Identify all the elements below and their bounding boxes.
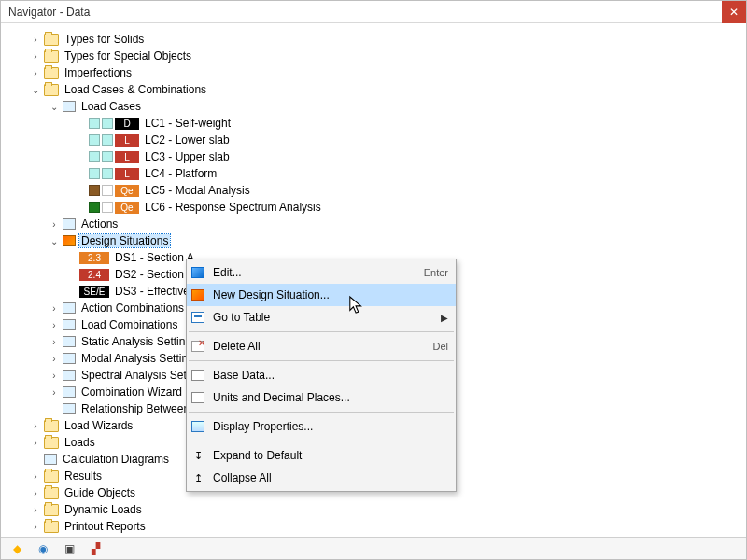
node-icon bbox=[63, 101, 76, 112]
tree-area: ›Types for Solids›Types for Special Obje… bbox=[1, 23, 746, 537]
expand-chevron-icon[interactable]: › bbox=[48, 335, 61, 348]
expand-chevron-icon[interactable]: ⌄ bbox=[48, 234, 61, 247]
node-icon bbox=[63, 302, 76, 314]
load-case-item[interactable]: QeLC6 - Response Spectrum Analysis bbox=[20, 199, 746, 216]
menu-label: Go to Table bbox=[213, 311, 430, 324]
tree-label: LC1 - Self-weight bbox=[143, 117, 233, 130]
node-design-situations[interactable]: ⌄Design Situations bbox=[20, 232, 746, 249]
lc-swatch-icon bbox=[89, 134, 100, 146]
expand-chevron-icon[interactable]: › bbox=[48, 369, 61, 382]
camera-icon[interactable]: ▣ bbox=[57, 539, 81, 558]
folder-Types for Solids[interactable]: ›Types for Solids bbox=[20, 31, 746, 48]
expand-chevron-icon[interactable]: › bbox=[29, 486, 42, 499]
lc-type-badge: Qe bbox=[115, 202, 139, 214]
load-case-item[interactable]: LLC3 - Upper slab bbox=[20, 148, 746, 165]
lc-swatch-icon bbox=[89, 168, 100, 179]
folder-icon bbox=[44, 84, 59, 96]
display-icon bbox=[190, 419, 205, 434]
menu-label: Expand to Default bbox=[213, 449, 448, 462]
edit-icon bbox=[190, 265, 205, 280]
expand-chevron-icon[interactable]: › bbox=[29, 66, 42, 79]
tree-label: Loads bbox=[63, 436, 97, 449]
menu-item-go-to-table[interactable]: Go to Table▶ bbox=[187, 306, 456, 329]
chart-icon[interactable]: ▞ bbox=[83, 539, 107, 558]
context-menu[interactable]: Edit...EnterNew Design Situation...Go to… bbox=[186, 259, 457, 492]
folder-Types for Special Objects[interactable]: ›Types for Special Objects bbox=[20, 48, 746, 64]
design-situation-icon bbox=[63, 235, 76, 246]
expand-chevron-icon[interactable]: ⌄ bbox=[29, 83, 42, 96]
submenu-arrow-icon: ▶ bbox=[441, 313, 448, 323]
folder-icon bbox=[44, 420, 59, 432]
expand-icon: ↧ bbox=[190, 448, 205, 463]
tree-label: LC4 - Platform bbox=[143, 167, 218, 180]
ds-badge: SE/E bbox=[79, 286, 109, 298]
star-icon bbox=[190, 287, 205, 302]
tree-label: Load Combinations bbox=[79, 318, 179, 331]
eye-icon[interactable]: ◉ bbox=[31, 539, 55, 558]
expand-chevron-icon[interactable]: › bbox=[29, 419, 42, 432]
node-icon bbox=[63, 353, 76, 364]
lc-swatch-icon bbox=[102, 118, 113, 129]
ds-badge: 2.4 bbox=[79, 269, 109, 281]
menu-label: Units and Decimal Places... bbox=[213, 391, 448, 404]
menu-item-collapse-all[interactable]: ↥Collapse All bbox=[187, 467, 456, 489]
load-case-item[interactable]: LLC4 - Platform bbox=[20, 165, 746, 182]
expand-chevron-icon[interactable]: › bbox=[48, 217, 61, 231]
menu-separator bbox=[189, 412, 454, 413]
tree-label: Actions bbox=[79, 217, 120, 231]
load-case-item[interactable]: DLC1 - Self-weight bbox=[20, 115, 746, 132]
expand-chevron-icon[interactable]: › bbox=[48, 318, 61, 331]
close-button[interactable]: ✕ bbox=[722, 1, 746, 23]
project-icon[interactable]: ◆ bbox=[5, 539, 29, 558]
load-case-item[interactable]: LLC2 - Lower slab bbox=[20, 132, 746, 148]
expand-chevron-icon[interactable]: › bbox=[29, 469, 42, 483]
page-icon bbox=[190, 368, 205, 383]
expand-chevron-icon[interactable]: › bbox=[29, 520, 42, 533]
tree-label: LC5 - Modal Analysis bbox=[143, 184, 252, 197]
expand-chevron-icon[interactable]: › bbox=[29, 33, 42, 46]
delete-icon bbox=[190, 339, 205, 354]
expand-chevron-icon[interactable]: › bbox=[29, 436, 42, 449]
node-actions[interactable]: ›Actions bbox=[20, 216, 746, 232]
table-icon bbox=[190, 310, 205, 325]
load-case-item[interactable]: QeLC5 - Modal Analysis bbox=[20, 182, 746, 199]
node-icon bbox=[63, 218, 76, 230]
lc-swatch-icon bbox=[89, 151, 100, 162]
menu-item-base-data[interactable]: Base Data... bbox=[187, 364, 456, 386]
tree-label: DS2 - Section A bbox=[113, 268, 196, 281]
folder-load-cases-comb[interactable]: ⌄Load Cases & Combinations bbox=[20, 81, 746, 98]
folder-Imperfections[interactable]: ›Imperfections bbox=[20, 64, 746, 81]
tree-label: DS1 - Section A bbox=[113, 251, 196, 264]
menu-item-new-design-situation[interactable]: New Design Situation... bbox=[187, 284, 456, 306]
node-icon bbox=[44, 454, 57, 465]
expand-chevron-icon[interactable]: › bbox=[48, 301, 61, 315]
menu-item-expand-to-default[interactable]: ↧Expand to Default bbox=[187, 444, 456, 467]
folder-icon bbox=[44, 34, 59, 46]
node-icon bbox=[63, 403, 76, 414]
folder-Printout Reports[interactable]: ›Printout Reports bbox=[20, 518, 746, 535]
menu-item-delete-all[interactable]: Delete AllDel bbox=[187, 335, 456, 357]
lc-swatch-icon bbox=[102, 151, 113, 162]
menu-item-units-and-decimal-places[interactable]: Units and Decimal Places... bbox=[187, 386, 456, 409]
tree-label: Calculation Diagrams bbox=[61, 453, 171, 466]
expand-chevron-icon[interactable]: › bbox=[48, 352, 61, 365]
collapse-icon: ↥ bbox=[190, 470, 205, 485]
menu-item-display-properties[interactable]: Display Properties... bbox=[187, 415, 456, 438]
menu-item-edit[interactable]: Edit...Enter bbox=[187, 261, 456, 284]
tree-label: Printout Reports bbox=[63, 520, 148, 533]
tree-label: LC6 - Response Spectrum Analysis bbox=[143, 201, 323, 214]
tree-label: Combination Wizard bbox=[79, 385, 184, 399]
folder-Dynamic Loads[interactable]: ›Dynamic Loads bbox=[20, 501, 746, 518]
menu-label: Base Data... bbox=[213, 369, 448, 382]
tree-label: Load Cases bbox=[79, 100, 143, 113]
tree-label: Dynamic Loads bbox=[63, 503, 144, 516]
expand-chevron-icon[interactable]: › bbox=[29, 49, 42, 63]
menu-label: Display Properties... bbox=[213, 420, 448, 433]
expand-chevron-icon[interactable]: › bbox=[48, 385, 61, 399]
units-icon bbox=[190, 390, 205, 405]
expand-chevron-icon[interactable]: › bbox=[29, 503, 42, 516]
expand-chevron-icon[interactable]: ⌄ bbox=[48, 100, 61, 113]
node-load-cases[interactable]: ⌄Load Cases bbox=[20, 98, 746, 115]
tree-label: Relationship Between bbox=[79, 402, 191, 415]
menu-separator bbox=[189, 360, 454, 361]
